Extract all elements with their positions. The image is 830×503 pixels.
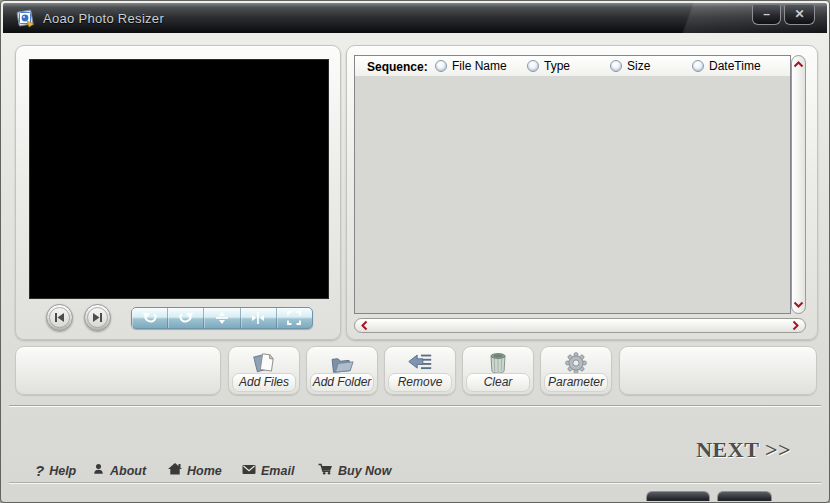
parameter-label: Parameter [544, 373, 608, 392]
sort-option-label: Size [627, 59, 650, 73]
add-files-label: Add Files [232, 373, 296, 392]
flip-horizontal-button[interactable] [241, 308, 277, 328]
help-link[interactable]: ? Help [35, 462, 76, 479]
buy-now-link[interactable]: Buy Now [318, 462, 391, 479]
previous-icon [49, 307, 70, 328]
scroll-up-icon[interactable] [793, 60, 804, 69]
rotate-left-button[interactable] [132, 308, 168, 328]
preview-canvas [29, 59, 329, 299]
email-icon [242, 464, 256, 478]
add-files-button[interactable]: Add Files [228, 346, 300, 395]
home-label: Home [187, 464, 222, 478]
sort-option-file-name[interactable]: File Name [435, 59, 507, 73]
app-window: Aoao Photo Resizer – ✕ [0, 0, 830, 503]
sort-option-label: Type [544, 59, 570, 73]
about-label: About [110, 464, 146, 478]
radio-icon [692, 60, 704, 72]
help-label: Help [49, 464, 76, 478]
scroll-down-icon[interactable] [793, 300, 804, 309]
bottom-grip-right [717, 491, 772, 501]
sort-option-size[interactable]: Size [610, 59, 650, 73]
sort-option-datetime[interactable]: DateTime [692, 59, 761, 73]
next-button[interactable]: NEXT >> [651, 437, 791, 465]
sort-option-label: DateTime [709, 59, 761, 73]
email-label: Email [261, 464, 294, 478]
scroll-right-icon[interactable] [790, 321, 801, 330]
buy-now-label: Buy Now [338, 464, 391, 478]
file-list[interactable] [354, 76, 791, 314]
bottom-grip-left [646, 491, 710, 501]
app-logo-icon [15, 8, 36, 29]
sort-option-type[interactable]: Type [527, 59, 570, 73]
preview-panel [15, 45, 341, 340]
sequence-header: Sequence: File Name Type Size DateTime [354, 55, 791, 77]
radio-icon [527, 60, 539, 72]
next-image-button[interactable] [84, 304, 111, 331]
horizontal-scrollbar[interactable] [354, 318, 806, 333]
window-title: Aoao Photo Resizer [43, 11, 164, 26]
bottom-bevel-line [9, 482, 821, 483]
buy-now-icon [318, 463, 333, 478]
minimize-button[interactable]: – [752, 5, 781, 25]
radio-icon [610, 60, 622, 72]
about-icon [92, 463, 105, 478]
button-bar-right-filler [619, 346, 817, 395]
preview-toolbar [131, 307, 313, 329]
file-list-panel: Sequence: File Name Type Size DateTime [346, 45, 818, 340]
sequence-label: Sequence: [367, 60, 428, 74]
next-icon [87, 307, 108, 328]
previous-image-button[interactable] [46, 304, 73, 331]
radio-icon [435, 60, 447, 72]
button-bar-left-filler [15, 346, 221, 395]
maximize-preview-button[interactable] [277, 308, 312, 328]
parameter-button[interactable]: Parameter [540, 346, 612, 395]
home-icon [168, 463, 182, 478]
about-link[interactable]: About [92, 462, 146, 479]
email-link[interactable]: Email [242, 462, 294, 479]
vertical-scrollbar[interactable] [791, 55, 806, 314]
add-folder-button[interactable]: Add Folder [306, 346, 378, 395]
help-icon: ? [35, 464, 44, 477]
remove-label: Remove [388, 373, 452, 392]
clear-label: Clear [466, 373, 530, 392]
footer-divider [9, 405, 821, 406]
title-bar: Aoao Photo Resizer – ✕ [3, 3, 827, 33]
close-button[interactable]: ✕ [784, 5, 815, 25]
scroll-left-icon[interactable] [359, 321, 370, 330]
home-link[interactable]: Home [168, 462, 222, 479]
clear-button[interactable]: Clear [462, 346, 534, 395]
rotate-right-button[interactable] [168, 308, 204, 328]
add-folder-label: Add Folder [310, 373, 374, 392]
sort-option-label: File Name [452, 59, 507, 73]
remove-button[interactable]: Remove [384, 346, 456, 395]
flip-vertical-button[interactable] [204, 308, 240, 328]
